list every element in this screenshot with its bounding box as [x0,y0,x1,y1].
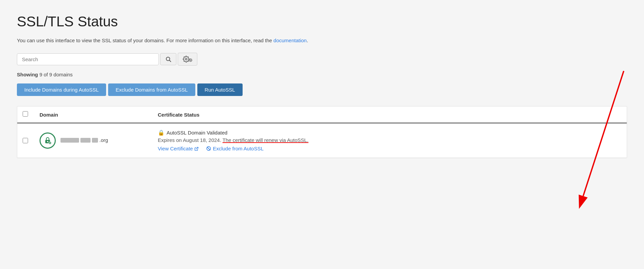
run-autossl-button[interactable]: Run AutoSSL [197,83,243,96]
exclude-from-autossl-link[interactable]: Exclude from AutoSSL [206,146,264,151]
cert-renew-text: The certificate will renew via AutoSSL. [223,137,308,143]
row-checkbox[interactable] [23,138,28,143]
select-all-checkbox[interactable] [23,111,28,117]
cert-expires: Expires on August 18, 2024. The certific… [158,137,621,143]
showing-count: Showing 9 of 9 domains [17,72,627,77]
exclude-domains-button[interactable]: Exclude Domains from AutoSSL [108,83,195,96]
settings-button[interactable] [178,53,197,66]
search-bar [17,53,627,66]
domain-name: .org [60,137,108,144]
search-icon [165,56,171,62]
search-input[interactable] [17,53,159,65]
row-cert-col: 🔒 AutoSSL Domain Validated Expires on Au… [158,129,621,151]
page-title: SSL/TLS Status [17,14,627,30]
svg-point-0 [166,57,170,61]
svg-point-2 [185,58,187,60]
domains-table: Domain Certificate Status [17,106,627,158]
header-cert-status: Certificate Status [158,112,621,118]
external-link-icon [194,147,199,151]
svg-line-7 [196,147,198,149]
row-domain-col: .org [40,132,158,149]
documentation-link[interactable]: documentation [273,38,306,43]
include-domains-button[interactable]: Include Domains during AutoSSL [17,83,106,96]
header-checkbox-col [23,111,40,118]
page-description: You can use this interface to view the S… [17,36,627,45]
cert-actions: View Certificate Exclude from AutoSSL [158,146,621,151]
table-header: Domain Certificate Status [17,106,627,123]
svg-line-9 [207,147,210,150]
action-buttons: Include Domains during AutoSSL Exclude D… [17,83,627,96]
header-domain: Domain [40,112,158,118]
view-certificate-link[interactable]: View Certificate [158,146,199,151]
search-button[interactable] [160,53,176,65]
gear-icon [183,56,190,63]
lock-gear-icon [43,136,52,145]
cert-status-lock-icon: 🔒 [158,129,165,136]
svg-line-1 [170,60,171,62]
svg-point-5 [47,141,48,142]
block-icon [206,146,211,151]
gear-small-icon [189,58,192,62]
domain-icon [40,132,56,149]
table-row: .org 🔒 AutoSSL Domain Validated Expires … [17,123,627,158]
cert-status: 🔒 AutoSSL Domain Validated [158,129,621,136]
cert-status-text: AutoSSL Domain Validated [167,130,227,136]
row-checkbox-col [23,138,40,143]
svg-point-3 [190,60,191,61]
domain-redacted: .org [60,137,108,143]
